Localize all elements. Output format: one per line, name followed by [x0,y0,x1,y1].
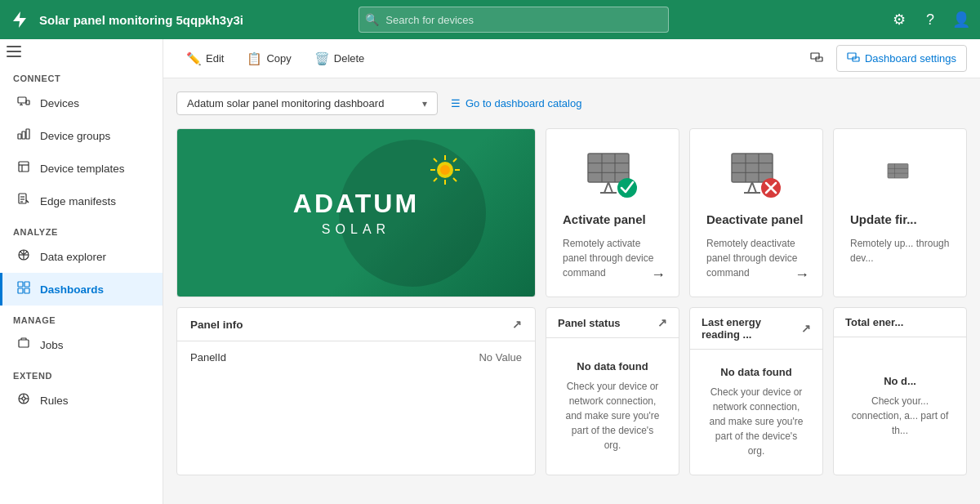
deactivate-arrow-icon: → [795,266,809,283]
svg-rect-30 [811,53,819,59]
update-firmware-card[interactable]: Update fir... Remotely up... through dev… [833,128,967,297]
device-templates-icon [16,160,32,176]
hamburger-line-2 [7,51,21,52]
total-energy-no-data-title: No d... [884,375,916,387]
help-icon[interactable]: ? [921,11,939,29]
sidebar-item-device-groups-label: Device groups [40,130,110,142]
total-energy-body: No d... Check your... connection, a... p… [834,337,966,475]
sidebar-item-dashboards-label: Dashboards [40,283,104,296]
last-energy-header: Last energy reading ... ↗ [690,308,822,350]
copy-button[interactable]: 📋 Copy [237,47,301,71]
update-firmware-icon [850,145,950,203]
device-groups-icon [16,127,32,144]
gear-icon[interactable]: ⚙ [890,11,908,29]
connect-section-label: Connect [0,64,163,87]
panel-status-expand-icon[interactable]: ↗ [657,316,667,329]
sidebar-item-devices-label: Devices [40,97,79,109]
sidebar-item-device-groups[interactable]: Device groups [0,119,163,152]
svg-rect-9 [19,162,29,172]
svg-line-40 [434,158,437,162]
svg-rect-53 [732,154,773,182]
dashboard-selector[interactable]: Adatum solar panel monitoring dashboard … [176,91,438,115]
panel-info-expand-icon[interactable]: ↗ [512,318,522,331]
last-energy-body: No data found Check your device or netwo… [690,350,822,475]
svg-point-52 [617,178,637,198]
sidebar: Connect Devices Device groups Device tem… [0,39,163,504]
expand-view-button[interactable] [800,46,833,71]
hamburger-line-1 [7,46,21,47]
data-explorer-icon [16,248,32,265]
sidebar-item-rules[interactable]: Rules [0,384,163,417]
search-input[interactable] [359,7,669,33]
last-energy-no-data-desc: Check your device or network connection,… [706,385,806,458]
sidebar-item-dashboards[interactable]: Dashboards [0,273,163,306]
search-icon: 🔍 [365,13,379,26]
sidebar-item-jobs[interactable]: Jobs [0,328,163,361]
total-energy-no-data-desc: Check your... connection, a... part of t… [850,394,950,438]
manage-section-label: Manage [0,306,163,328]
activate-panel-icon [563,145,662,203]
toolbar-right: Dashboard settings [800,45,967,72]
activate-panel-card[interactable]: Activate panel Remotely activate panel t… [546,128,679,297]
last-energy-no-data-title: No data found [720,366,791,378]
panel-status-no-data-desc: Check your device or network connection,… [563,379,662,453]
deactivate-panel-card[interactable]: Deactivate panel Remotely deactivate pan… [689,128,823,297]
svg-rect-21 [18,288,23,293]
svg-rect-22 [24,288,29,293]
delete-icon: 🗑️ [314,51,330,66]
sidebar-item-rules-label: Rules [40,395,69,407]
sidebar-item-devices[interactable]: Devices [0,87,163,119]
sidebar-item-data-explorer[interactable]: Data explorer [0,240,163,273]
hero-card: ADATUM SOLAR [176,128,536,297]
copy-icon: 📋 [247,51,262,66]
panel-info-row: PanelId No Value [177,341,535,373]
expand-icon [810,51,823,66]
svg-rect-8 [26,129,29,139]
deactivate-panel-desc: Remotely deactivate panel through device… [706,236,806,280]
dashboard-dropdown-row: Adatum solar panel monitoring dashboard … [176,91,967,115]
dashboard-settings-button[interactable]: Dashboard settings [836,45,967,72]
cards-grid: ADATUM SOLAR [176,128,967,475]
analyze-section-label: Analyze [0,217,163,240]
hamburger-menu[interactable] [0,39,163,64]
hero-content: ADATUM SOLAR [277,172,435,253]
sidebar-item-edge-manifests[interactable]: Edge manifests [0,185,163,217]
svg-point-5 [28,104,29,105]
svg-line-58 [748,182,752,193]
svg-line-49 [604,182,608,193]
jobs-icon [16,337,32,353]
svg-rect-1 [18,97,26,103]
app-logo [10,10,29,29]
main-layout: Connect Devices Device groups Device tem… [0,39,980,504]
toolbar: ✏️ Edit 📋 Copy 🗑️ Delete [163,39,980,78]
delete-button[interactable]: 🗑️ Delete [305,47,375,71]
panel-status-body: No data found Check your device or netwo… [546,338,679,475]
user-avatar[interactable]: 👤 [952,11,970,29]
svg-point-35 [440,165,450,175]
hero-sub: SOLAR [293,222,419,237]
last-energy-expand-icon[interactable]: ↗ [801,322,811,335]
svg-line-50 [608,182,612,193]
extend-section-label: Extend [0,361,163,384]
panel-info-card: Panel info ↗ PanelId No Value [176,307,536,475]
search-container: 🔍 [359,7,669,33]
edit-button[interactable]: ✏️ Edit [176,47,234,71]
total-energy-header: Total ener... [834,308,966,337]
panel-status-no-data-title: No data found [577,360,648,372]
panel-status-header: Panel status ↗ [546,308,679,338]
lightning-icon [10,10,29,29]
app-title: Solar panel monitoring 5qqpkh3y3i [39,13,243,27]
svg-marker-0 [13,11,26,28]
svg-line-42 [453,158,457,162]
dashboard-content: Adatum solar panel monitoring dashboard … [163,78,980,504]
sidebar-item-edge-manifests-label: Edge manifests [40,195,116,207]
sidebar-item-device-templates[interactable]: Device templates [0,152,163,185]
svg-rect-6 [18,134,21,139]
last-energy-reading-card: Last energy reading ... ↗ No data found … [689,307,823,475]
chevron-down-icon: ▾ [422,98,427,109]
hero-brand: ADATUM [293,189,419,219]
dashboards-icon [16,281,32,297]
svg-rect-19 [18,282,23,287]
svg-line-41 [453,178,457,181]
dashboard-catalog-link[interactable]: ☰ Go to dashboard catalog [451,97,581,109]
